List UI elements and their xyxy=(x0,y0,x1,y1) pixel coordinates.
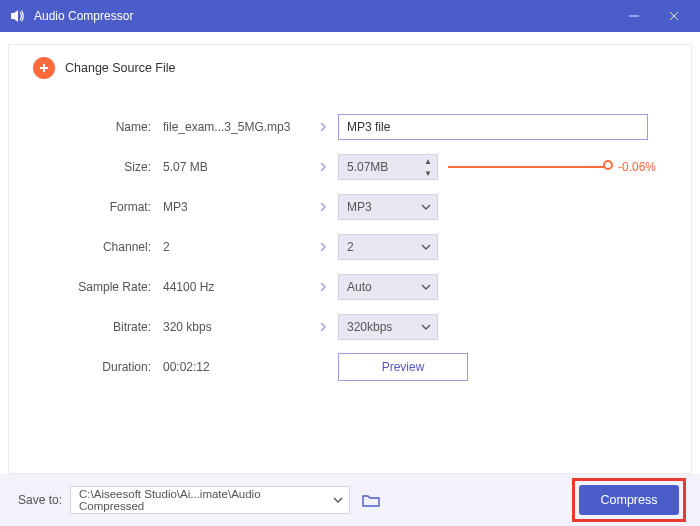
source-duration: 00:02:12 xyxy=(163,360,308,374)
target-sample-rate-select[interactable]: Auto xyxy=(338,274,438,300)
chevron-down-icon xyxy=(421,195,431,219)
arrow-icon xyxy=(308,161,338,173)
compress-button[interactable]: Compress xyxy=(579,485,679,515)
svg-marker-1 xyxy=(14,10,18,22)
source-size: 5.07 MB xyxy=(163,160,308,174)
compress-label: Compress xyxy=(601,493,658,507)
arrow-icon xyxy=(308,201,338,213)
target-channel-value: 2 xyxy=(347,240,354,254)
label-sample-rate: Sample Rate: xyxy=(33,280,163,294)
change-source-button[interactable] xyxy=(33,57,55,79)
svg-rect-0 xyxy=(11,13,14,19)
title-bar: Audio Compressor xyxy=(0,0,700,32)
source-channel: 2 xyxy=(163,240,308,254)
save-to-label: Save to: xyxy=(18,493,62,507)
minimize-button[interactable] xyxy=(614,0,654,32)
size-slider-thumb[interactable] xyxy=(603,160,613,170)
change-source-row: Change Source File xyxy=(33,57,667,79)
arrow-icon xyxy=(308,241,338,253)
footer-bar: Save to: C:\Aiseesoft Studio\Ai...imate\… xyxy=(0,474,700,526)
target-format-select[interactable]: MP3 xyxy=(338,194,438,220)
row-bitrate: Bitrate: 320 kbps 320kbps xyxy=(33,307,667,347)
main-area: Change Source File Name: file_exam...3_5… xyxy=(0,32,700,474)
chevron-down-icon xyxy=(421,275,431,299)
row-channel: Channel: 2 2 xyxy=(33,227,667,267)
close-button[interactable] xyxy=(654,0,694,32)
target-size-value: 5.07MB xyxy=(347,160,388,174)
target-channel-select[interactable]: 2 xyxy=(338,234,438,260)
row-name: Name: file_exam...3_5MG.mp3 xyxy=(33,107,667,147)
target-bitrate-select[interactable]: 320kbps xyxy=(338,314,438,340)
preview-button[interactable]: Preview xyxy=(338,353,468,381)
label-size: Size: xyxy=(33,160,163,174)
arrow-icon xyxy=(308,121,338,133)
preview-label: Preview xyxy=(382,360,425,374)
target-bitrate-value: 320kbps xyxy=(347,320,392,334)
source-sample-rate: 44100 Hz xyxy=(163,280,308,294)
open-folder-button[interactable] xyxy=(360,489,382,511)
target-name-input[interactable] xyxy=(338,114,648,140)
arrow-icon xyxy=(308,281,338,293)
spinner-up-icon[interactable]: ▲ xyxy=(419,155,437,167)
source-bitrate: 320 kbps xyxy=(163,320,308,334)
source-format: MP3 xyxy=(163,200,308,214)
row-duration: Duration: 00:02:12 Preview xyxy=(33,347,667,387)
save-path-value: C:\Aiseesoft Studio\Ai...imate\Audio Com… xyxy=(79,488,325,512)
row-size: Size: 5.07 MB 5.07MB ▲ ▼ -0.06% xyxy=(33,147,667,187)
target-sample-rate-value: Auto xyxy=(347,280,372,294)
chevron-down-icon xyxy=(421,315,431,339)
target-format-value: MP3 xyxy=(347,200,372,214)
label-bitrate: Bitrate: xyxy=(33,320,163,334)
spinner-down-icon[interactable]: ▼ xyxy=(419,167,437,179)
settings-card: Change Source File Name: file_exam...3_5… xyxy=(8,44,692,474)
window-title: Audio Compressor xyxy=(34,9,614,23)
chevron-down-icon xyxy=(421,235,431,259)
row-sample-rate: Sample Rate: 44100 Hz Auto xyxy=(33,267,667,307)
label-name: Name: xyxy=(33,120,163,134)
row-format: Format: MP3 MP3 xyxy=(33,187,667,227)
change-source-label: Change Source File xyxy=(65,61,175,75)
compress-highlight: Compress xyxy=(572,478,686,522)
app-icon xyxy=(10,8,26,24)
arrow-icon xyxy=(308,321,338,333)
size-slider[interactable] xyxy=(448,166,608,168)
size-delta: -0.06% xyxy=(618,160,656,174)
source-name: file_exam...3_5MG.mp3 xyxy=(163,120,308,134)
label-channel: Channel: xyxy=(33,240,163,254)
save-path-select[interactable]: C:\Aiseesoft Studio\Ai...imate\Audio Com… xyxy=(70,486,350,514)
label-duration: Duration: xyxy=(33,360,163,374)
target-size-spinner[interactable]: 5.07MB ▲ ▼ xyxy=(338,154,438,180)
label-format: Format: xyxy=(33,200,163,214)
chevron-down-icon xyxy=(333,487,343,513)
